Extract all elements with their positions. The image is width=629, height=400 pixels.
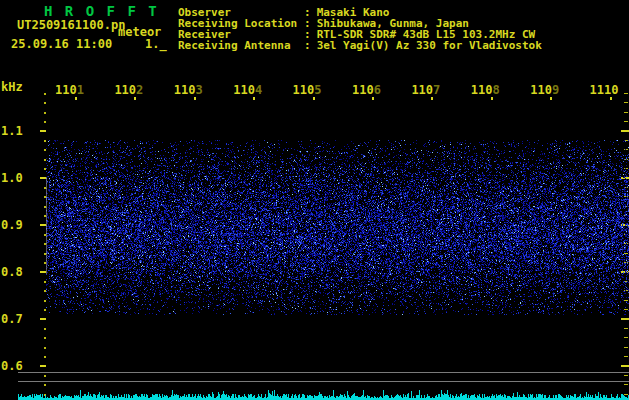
freq-minor-tick-right [624,337,628,338]
spectrogram-noise-band [46,140,629,315]
time-tick-label: 1110 [590,83,619,97]
time-tick-label: 1102 [114,83,143,97]
time-tick-label: 1108 [471,83,500,97]
time-tick-label: 1105 [293,83,322,97]
freq-minor-tick-left [44,328,46,330]
signal-level-trace [18,388,629,400]
time-tick-label: 1104 [233,83,262,97]
freq-major-tick-right [621,318,629,320]
time-tick-label: 1106 [352,83,381,97]
freq-tick-label: 0.7 [1,312,23,326]
freq-minor-tick-right [624,121,628,122]
time-tick-label: 1103 [174,83,203,97]
time-minor-tick [610,97,612,100]
freq-minor-tick-right [624,93,628,94]
time-minor-tick [194,97,196,100]
freq-minor-tick-left [44,337,46,339]
time-minor-tick [75,97,77,100]
freq-minor-tick-left [44,347,46,349]
time-minor-tick [491,97,493,100]
capture-filename: UT2509161100.pn [17,18,125,32]
freq-tick-label: 1.0 [1,171,23,185]
time-tick-label: 1107 [411,83,440,97]
freq-minor-tick-left [44,112,46,114]
freq-tick-label: 1.1 [1,124,23,138]
info-label: Receiving Antenna [178,39,304,52]
freq-minor-tick-right [624,356,628,357]
separator-line-upper [18,372,629,373]
freq-major-tick-right [621,130,629,132]
freq-tick-label: 0.6 [1,359,23,373]
time-minor-tick [134,97,136,100]
freq-major-tick-left [40,130,46,132]
freq-minor-tick-left [44,375,46,377]
time-minor-tick [372,97,374,100]
app-title: H R O F F T [44,3,159,19]
freq-minor-tick-right [624,384,628,385]
freq-minor-tick-right [624,347,628,348]
freq-unit-label: kHz [1,80,23,94]
info-value: 3el Yagi(V) Az 330 for Vladivostok [317,39,542,52]
freq-minor-tick-left [44,93,46,95]
capture-datetime: 25.09.16 11:00 [11,37,112,51]
freq-minor-tick-left [44,356,46,358]
freq-major-tick-left [40,365,46,367]
freq-tick-label: 0.8 [1,265,23,279]
freq-minor-tick-right [624,112,628,113]
echo-counter: 1._ [145,37,167,51]
time-tick-label: 1109 [530,83,559,97]
info-row-antenna: Receiving Antenna:3el Yagi(V) Az 330 for… [178,39,542,52]
freq-major-tick-left [40,318,46,320]
separator-line-lower [18,381,629,382]
info-colon: : [304,39,311,52]
freq-minor-tick-left [44,102,46,104]
freq-tick-label: 0.9 [1,218,23,232]
freq-minor-tick-right [624,375,628,376]
freq-minor-tick-right [624,328,628,329]
freq-minor-tick-right [624,102,628,103]
time-minor-tick [253,97,255,100]
time-minor-tick [431,97,433,100]
time-minor-tick [550,97,552,100]
freq-minor-tick-left [44,121,46,123]
hrofft-screen: H R O F F T UT2509161100.pn meteor 25.09… [0,0,629,400]
time-tick-label: 1101 [55,83,84,97]
freq-major-tick-right [621,365,629,367]
time-minor-tick [313,97,315,100]
freq-minor-tick-left [44,384,46,386]
spectrogram-left-edge [46,177,47,274]
